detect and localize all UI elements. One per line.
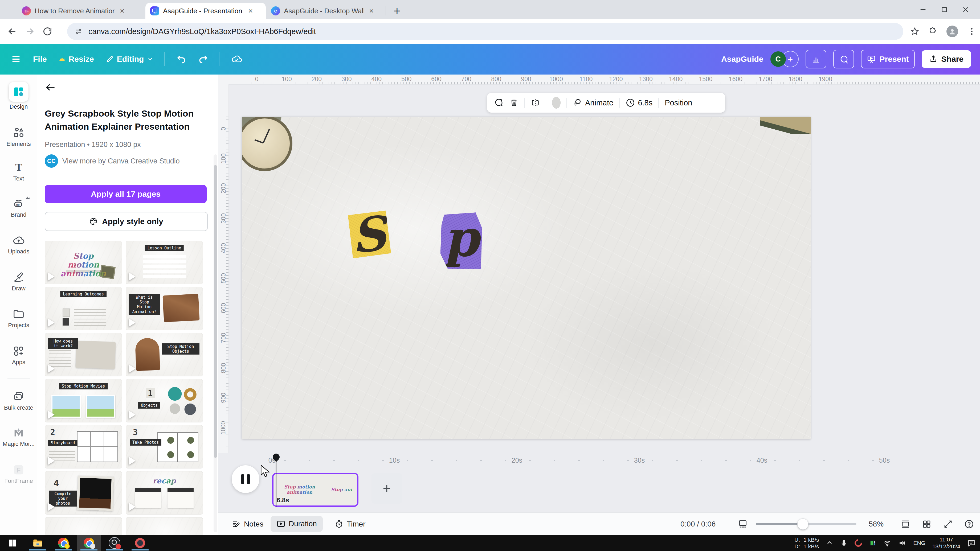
user-avatar[interactable]: C [770, 51, 786, 67]
taskbar-chrome-1[interactable] [51, 535, 76, 551]
page-thumbnail[interactable]: 4 Compile your photos [45, 471, 122, 514]
add-page-button[interactable]: + [371, 473, 402, 504]
tab-close-icon[interactable]: × [120, 7, 125, 15]
page-color-swatch[interactable] [552, 97, 561, 109]
sidebar-item-design[interactable]: Design [0, 82, 37, 110]
apply-all-pages-button[interactable]: Apply all 17 pages [45, 185, 207, 203]
page-thumbnail[interactable]: 3 Take Photos [126, 425, 203, 468]
taskbar-recorder[interactable] [128, 535, 152, 551]
site-settings-icon[interactable] [75, 27, 83, 35]
apply-style-only-button[interactable]: Apply style only [45, 212, 208, 231]
taskbar-chrome-2-active[interactable] [77, 535, 101, 551]
redo-button[interactable] [198, 54, 208, 64]
taskbar-clock[interactable]: 11:07 13/12/2024 [932, 536, 960, 550]
tray-chevron-up-icon[interactable] [826, 539, 833, 547]
fullscreen-button[interactable] [943, 513, 953, 535]
tab-close-icon[interactable]: × [369, 7, 374, 15]
pause-button[interactable] [232, 465, 259, 493]
taskbar-obs[interactable] [102, 535, 127, 551]
page-thumbnail[interactable]: Lesson Outline [126, 241, 203, 284]
timer-button[interactable]: Timer [334, 513, 366, 535]
help-button[interactable] [964, 513, 974, 535]
editing-mode-menu[interactable]: Editing [106, 55, 154, 64]
obs-tray-icon[interactable] [853, 538, 864, 548]
close-button[interactable] [962, 6, 969, 13]
browser-tab-2-active[interactable]: AsapGuide - Presentation - Can × [145, 3, 266, 19]
new-tab-button[interactable]: + [394, 4, 401, 17]
cloud-save-status[interactable] [231, 54, 242, 65]
sidebar-item-apps[interactable]: Apps [0, 345, 37, 366]
design-canvas-page[interactable]: S p [242, 117, 811, 439]
template-attribution[interactable]: CC View more by Canva Creative Studio [45, 154, 180, 168]
present-button[interactable]: Present [861, 50, 915, 68]
attribution-link[interactable]: View more by Canva Creative Studio [62, 157, 180, 165]
url-omnibox[interactable]: canva.com/design/DAGYrh9sLoQ/1ka3oxP0Sox… [67, 23, 903, 40]
letter-element-s[interactable]: S [346, 211, 391, 259]
panel-scrollbar[interactable] [213, 154, 217, 532]
maximize-button[interactable] [940, 6, 948, 13]
browser-tab-1[interactable]: TF How to Remove Animations Fro × [17, 3, 153, 19]
extensions-puzzle-icon[interactable] [928, 27, 937, 36]
sidebar-item-brand[interactable]: co Brand [0, 197, 37, 218]
speaker-icon[interactable] [898, 539, 906, 547]
start-button[interactable] [0, 535, 24, 551]
minimize-button[interactable] [919, 6, 927, 13]
file-menu[interactable]: File [33, 55, 47, 64]
back-arrow-button[interactable] [45, 81, 56, 93]
position-button[interactable]: Position [665, 98, 692, 107]
sidebar-item-bulk-create[interactable]: Bulk create [0, 391, 37, 411]
page-thumbnail[interactable]: Stop motion animation [45, 241, 122, 284]
page-thumbnail[interactable]: What is Stop Motion Animation? [126, 287, 203, 330]
page-thumbnail[interactable]: Stop Motion Objects [126, 333, 203, 376]
reload-icon[interactable] [42, 26, 53, 37]
page-thumbnail[interactable]: recap [126, 471, 203, 514]
zoom-slider-handle[interactable] [797, 519, 808, 530]
bookmark-star-icon[interactable] [910, 27, 919, 36]
undo-button[interactable] [176, 54, 186, 64]
pages-view-button[interactable] [900, 513, 910, 535]
grid-view-button[interactable] [922, 513, 932, 535]
share-button[interactable]: Share [922, 50, 971, 68]
duration-tab-active[interactable]: Duration [270, 516, 323, 532]
browser-tab-3[interactable]: C AsapGuide - Desktop Wallpape × [266, 3, 390, 19]
insights-button[interactable] [806, 50, 826, 68]
page-thumbnail[interactable]: How does it work? [45, 333, 122, 376]
language-indicator[interactable]: ENG [913, 540, 925, 546]
page-thumbnail[interactable]: 1 Objects [126, 379, 203, 422]
page-thumbnail[interactable] [126, 517, 203, 535]
notes-button[interactable]: Notes [232, 513, 263, 535]
profile-avatar[interactable] [947, 25, 958, 37]
page-thumbnail[interactable]: 2 Storyboard [45, 425, 122, 468]
animate-button[interactable]: Animate [573, 98, 613, 108]
project-name[interactable]: AsapGuide [721, 55, 763, 64]
sidebar-item-magic-morph[interactable]: Magic Mor... [0, 427, 37, 448]
main-menu-hamburger[interactable] [11, 54, 21, 64]
flip-icon[interactable] [531, 98, 540, 107]
comment-add-icon[interactable] [494, 98, 504, 108]
scrollbar-thumb[interactable] [214, 165, 217, 458]
page-thumbnail[interactable]: Learning Outcomes [45, 287, 122, 330]
sidebar-item-text[interactable]: T Text [0, 161, 37, 182]
sidebar-item-fontframe[interactable]: F FontFrame [0, 464, 37, 484]
page-thumbnail[interactable]: Stop Motion Movies [45, 379, 122, 422]
timeline-clip[interactable]: Stop motion animation Stop ani 6.8s [272, 473, 358, 507]
wifi-icon[interactable] [883, 539, 891, 547]
duration-button[interactable]: 6.8s [625, 98, 652, 108]
sidebar-item-elements[interactable]: Elements [0, 127, 37, 148]
taskbar-file-explorer[interactable] [25, 535, 50, 551]
notification-center-icon[interactable] [967, 539, 976, 547]
letter-element-p[interactable]: p [439, 212, 483, 270]
forward-icon[interactable] [24, 26, 35, 37]
resize-menu[interactable]: Resize [59, 55, 94, 64]
display-tray-icon[interactable] [869, 539, 877, 547]
page-thumbnail[interactable] [45, 517, 122, 535]
sidebar-item-draw[interactable]: Draw [0, 271, 37, 292]
tab-close-icon[interactable]: × [248, 7, 253, 15]
timeline-view-button[interactable] [738, 513, 748, 535]
comments-button[interactable] [833, 50, 854, 68]
sidebar-item-projects[interactable]: Projects [0, 308, 37, 329]
browser-menu-kebab-icon[interactable] [967, 27, 976, 36]
delete-trash-icon[interactable] [509, 98, 519, 107]
microphone-icon[interactable] [840, 539, 848, 547]
back-icon[interactable] [7, 26, 18, 37]
